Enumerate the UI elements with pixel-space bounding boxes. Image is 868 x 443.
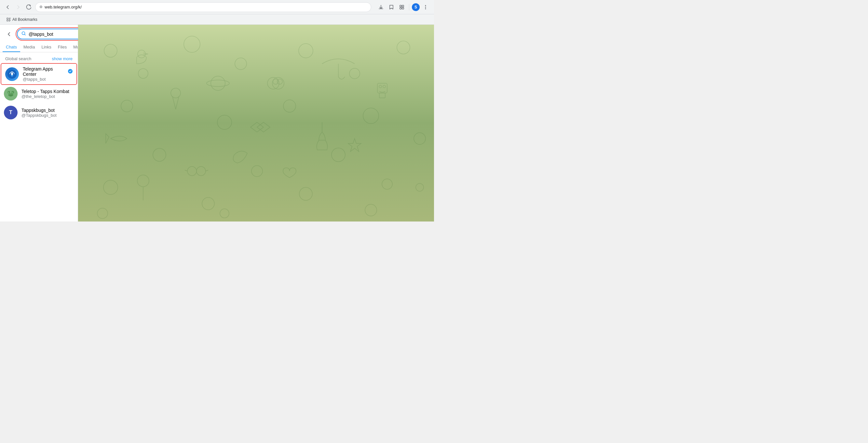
svg-rect-0 (400, 5, 401, 7)
svg-point-57 (137, 175, 149, 187)
svg-point-41 (103, 180, 118, 194)
svg-point-55 (383, 85, 385, 88)
address-bar[interactable]: ⚙ web.telegram.org/k/ (35, 2, 371, 12)
svg-point-54 (379, 85, 382, 88)
url-text: web.telegram.org/k/ (44, 5, 82, 9)
svg-point-39 (332, 148, 345, 162)
app-container: × Chats Media Links Files Music Voice Gl… (0, 25, 434, 222)
security-icon: ⚙ (39, 5, 42, 9)
result-info-telegram-apps-center: Telegram Apps Center @tapps_bot (23, 66, 72, 82)
avatar-telegram-apps-center (5, 67, 19, 81)
tab-links[interactable]: Links (38, 42, 54, 52)
result-item-tappskbugs[interactable]: T Tappskbugs_bot @Tappskbugs_bot (0, 103, 78, 122)
tab-chats[interactable]: Chats (3, 42, 20, 52)
svg-rect-12 (9, 21, 10, 22)
svg-rect-53 (377, 83, 387, 93)
svg-point-33 (121, 100, 133, 112)
result-username-telegram-apps-center: @tapps_bot (23, 77, 72, 82)
search-back-button[interactable] (4, 29, 14, 39)
svg-point-15 (11, 72, 13, 75)
menu-button[interactable] (421, 3, 430, 12)
svg-point-24 (12, 92, 13, 92)
divider (409, 4, 409, 10)
svg-point-6 (425, 8, 426, 9)
avatar-tappskbugs: T (4, 106, 18, 119)
avatar-teletop (4, 87, 18, 100)
bookmarks-label: All Bookmarks (12, 17, 37, 22)
svg-point-36 (363, 108, 379, 124)
svg-point-64 (220, 209, 229, 218)
svg-point-60 (187, 166, 196, 176)
reload-button[interactable] (25, 3, 33, 11)
svg-rect-3 (402, 7, 404, 9)
verified-icon (68, 69, 72, 74)
svg-point-61 (196, 166, 206, 176)
svg-rect-8 (7, 20, 8, 21)
result-username-teletop: @the_teletop_bot (22, 94, 74, 99)
svg-point-50 (211, 76, 225, 90)
user-avatar-chrome[interactable]: S (412, 3, 420, 11)
result-name-telegram-apps-center: Telegram Apps Center (23, 66, 72, 77)
svg-point-34 (217, 115, 231, 129)
search-input[interactable] (29, 32, 86, 37)
section-label: Global search (5, 56, 31, 61)
svg-rect-1 (402, 5, 404, 7)
browser-actions: S (376, 3, 430, 12)
svg-rect-2 (400, 7, 401, 9)
svg-point-38 (251, 165, 262, 177)
svg-point-37 (153, 148, 166, 161)
svg-point-44 (382, 179, 392, 189)
result-name-tappskbugs: Tappskbugs_bot (22, 108, 74, 113)
svg-point-51 (207, 80, 229, 87)
result-item-teletop[interactable]: Teletop - Tapps Kombat @the_teletop_bot (0, 84, 78, 103)
svg-point-31 (349, 68, 360, 79)
svg-point-32 (397, 41, 410, 54)
forward-button[interactable] (14, 3, 22, 11)
svg-point-40 (414, 133, 426, 145)
svg-rect-11 (9, 20, 11, 21)
svg-rect-9 (9, 18, 11, 19)
browser-chrome: ⚙ web.telegram.org/k/ S (0, 0, 434, 14)
download-button[interactable] (376, 3, 385, 12)
tab-media[interactable]: Media (20, 42, 38, 52)
svg-point-27 (138, 69, 148, 78)
svg-point-45 (137, 50, 146, 58)
svg-point-5 (425, 6, 426, 7)
search-icon (22, 31, 26, 37)
svg-point-63 (97, 208, 108, 219)
result-info-teletop: Teletop - Tapps Kombat @the_teletop_bot (22, 89, 74, 99)
chat-background-pattern (78, 25, 434, 222)
svg-point-62 (416, 184, 424, 191)
svg-point-26 (104, 44, 117, 57)
svg-point-47 (272, 77, 284, 89)
svg-point-65 (365, 204, 377, 216)
result-username-tappskbugs: @Tappskbugs_bot (22, 113, 74, 118)
tab-music[interactable]: Music (70, 42, 78, 52)
svg-rect-7 (7, 18, 8, 19)
svg-point-25 (8, 93, 13, 97)
bookmarks-all[interactable]: All Bookmarks (4, 16, 40, 23)
search-bar-container: × (0, 25, 78, 42)
show-more-button[interactable]: show more (52, 56, 72, 61)
svg-rect-10 (9, 19, 10, 20)
bookmark-button[interactable] (387, 3, 396, 12)
left-panel: × Chats Media Links Files Music Voice Gl… (0, 25, 78, 222)
result-item-telegram-apps-center[interactable]: Telegram Apps Center @tapps_bot (1, 64, 76, 84)
extensions-button[interactable] (397, 3, 406, 12)
svg-point-16 (11, 75, 13, 76)
svg-rect-56 (379, 93, 385, 98)
svg-point-4 (425, 5, 426, 6)
svg-point-23 (8, 92, 9, 92)
tabs-row: Chats Media Links Files Music Voice (0, 42, 78, 52)
svg-point-29 (235, 58, 247, 70)
svg-point-43 (299, 187, 312, 200)
svg-point-52 (171, 88, 181, 98)
tab-files[interactable]: Files (55, 42, 70, 52)
result-name-teletop: Teletop - Tapps Kombat (22, 89, 74, 94)
back-button[interactable] (4, 3, 12, 11)
svg-point-42 (202, 197, 214, 210)
right-panel (78, 25, 434, 222)
result-info-tappskbugs: Tappskbugs_bot @Tappskbugs_bot (22, 108, 74, 118)
global-search-header: Global search show more (0, 52, 78, 64)
svg-point-35 (283, 100, 296, 112)
